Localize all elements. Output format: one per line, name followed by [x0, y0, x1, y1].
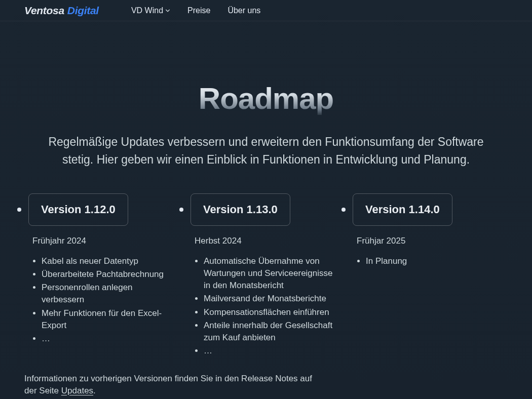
version-label: Version 1.12.0 [41, 203, 116, 216]
hero: Roadmap Regelmäßige Updates verbessern u… [0, 81, 532, 168]
roadmap-grid: Version 1.12.0 Frühjahr 2024 Kabel als n… [0, 193, 532, 358]
feature-item: … [42, 333, 179, 345]
timeline-dot-icon [179, 208, 183, 212]
updates-link[interactable]: Updates [61, 386, 93, 395]
nav-item-vd-wind[interactable]: VD Wind [131, 6, 170, 15]
brand-logo[interactable]: Ventosa Digital [24, 5, 99, 17]
footer-note: Informationen zu vorherigen Versionen fi… [24, 373, 318, 397]
feature-item: Kabel als neuer Datentyp [42, 255, 179, 267]
roadmap-col-3: Version 1.14.0 Frühjar 2025 In Planung [341, 193, 504, 358]
feature-item: Überarbeitete Pachtabrechnung [42, 268, 179, 281]
version-marker: Version 1.13.0 [179, 193, 341, 226]
version-box: Version 1.12.0 [28, 193, 128, 226]
feature-item: Mailversand der Monatsberichte [204, 293, 341, 305]
feature-list: Kabel als neuer Datentyp Überarbeitete P… [32, 255, 179, 345]
nav-label: Preise [187, 6, 210, 15]
timeline-dot-icon [341, 208, 346, 212]
feature-item: In Planung [366, 255, 504, 267]
feature-item: Automatische Übernahme von Wartungen und… [204, 255, 341, 292]
feature-list: In Planung [357, 255, 504, 267]
brand-word2: Digital [67, 5, 99, 17]
roadmap-col-1: Version 1.12.0 Frühjahr 2024 Kabel als n… [17, 193, 179, 358]
chevron-down-icon [165, 8, 170, 13]
page-subtitle: Regelmäßige Updates verbessern und erwei… [48, 133, 484, 168]
roadmap-col-2: Version 1.13.0 Herbst 2024 Automatische … [179, 193, 341, 358]
version-box: Version 1.14.0 [353, 193, 452, 226]
nav-label: VD Wind [131, 6, 163, 15]
version-box: Version 1.13.0 [191, 193, 290, 226]
feature-item: Personenrollen anlegen verbessern [42, 282, 179, 306]
feature-list: Automatische Übernahme von Wartungen und… [195, 255, 341, 357]
version-date: Frühjahr 2024 [32, 236, 179, 246]
nav-item-preise[interactable]: Preise [187, 6, 210, 15]
page-title: Roadmap [199, 81, 333, 116]
version-marker: Version 1.14.0 [341, 193, 504, 226]
footer-suffix: . [93, 386, 96, 395]
version-marker: Version 1.12.0 [17, 193, 179, 226]
feature-item: Mehr Funktionen für den Excel-Export [42, 307, 179, 332]
brand-word1: Ventosa [24, 5, 64, 17]
version-label: Version 1.14.0 [365, 203, 440, 216]
header: Ventosa Digital VD Wind Preise Über uns [0, 0, 532, 21]
nav-label: Über uns [227, 6, 260, 15]
version-label: Version 1.13.0 [203, 203, 278, 216]
version-date: Frühjar 2025 [357, 236, 504, 246]
version-date: Herbst 2024 [195, 236, 341, 246]
main-nav: VD Wind Preise Über uns [131, 6, 260, 15]
feature-item: Anteile innerhalb der Gesellschaft zum K… [204, 320, 341, 344]
nav-item-ueber-uns[interactable]: Über uns [227, 6, 260, 15]
feature-item: Kompensationsflächen einführen [204, 306, 341, 318]
feature-item: … [204, 345, 341, 357]
timeline-dot-icon [17, 208, 21, 212]
